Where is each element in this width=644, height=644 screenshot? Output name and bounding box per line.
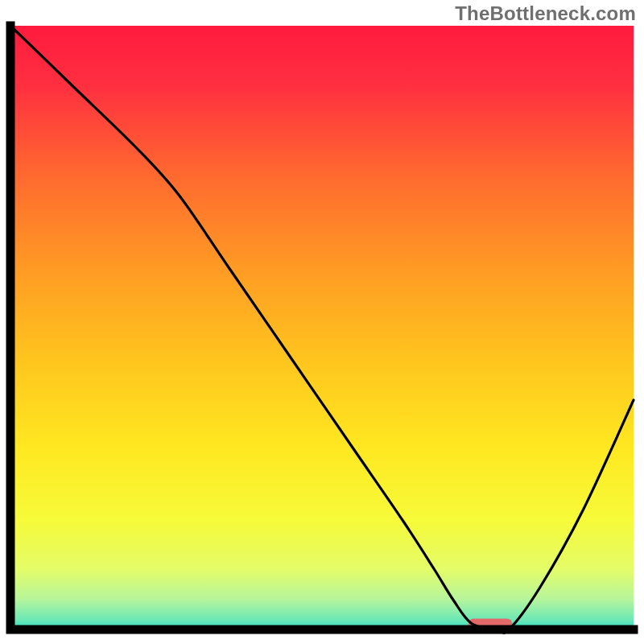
bottleneck-chart bbox=[0, 0, 644, 644]
chart-container: TheBottleneck.com bbox=[0, 0, 644, 644]
